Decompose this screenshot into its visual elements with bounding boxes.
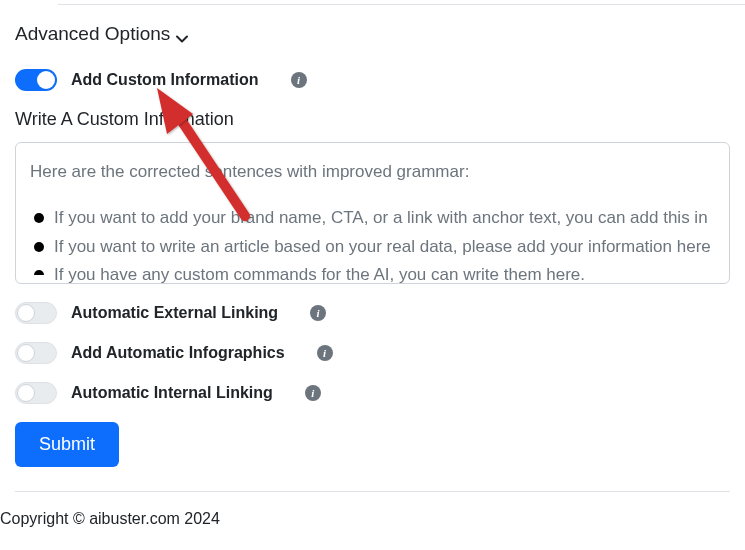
- advanced-options-label: Advanced Options: [15, 23, 170, 45]
- toggle-add-automatic-infographics[interactable]: [15, 342, 57, 364]
- chevron-down-icon: [176, 28, 188, 40]
- list-item: If you want to write an article based on…: [30, 234, 715, 260]
- info-icon[interactable]: i: [305, 385, 321, 401]
- toggle-label-ext-link: Automatic External Linking: [71, 304, 278, 322]
- list-item: If you want to add your brand name, CTA,…: [30, 205, 715, 231]
- toggle-label-custom-info: Add Custom Information: [71, 71, 259, 89]
- custom-info-intro: Here are the corrected sentences with im…: [30, 159, 715, 185]
- toggle-label-int-link: Automatic Internal Linking: [71, 384, 273, 402]
- submit-button[interactable]: Submit: [15, 422, 119, 467]
- toggle-automatic-internal-linking[interactable]: [15, 382, 57, 404]
- advanced-options-header[interactable]: Advanced Options: [15, 23, 730, 45]
- footer-copyright: Copyright © aibuster.com 2024: [0, 492, 745, 528]
- toggle-automatic-external-linking[interactable]: [15, 302, 57, 324]
- custom-info-heading: Write A Custom Information: [15, 109, 730, 130]
- info-icon[interactable]: i: [317, 345, 333, 361]
- toggle-add-custom-information[interactable]: [15, 69, 57, 91]
- info-icon[interactable]: i: [291, 72, 307, 88]
- info-icon[interactable]: i: [310, 305, 326, 321]
- list-item: If you have any custom commands for the …: [30, 262, 715, 284]
- custom-info-textarea[interactable]: Here are the corrected sentences with im…: [15, 142, 730, 284]
- toggle-label-infographics: Add Automatic Infographics: [71, 344, 285, 362]
